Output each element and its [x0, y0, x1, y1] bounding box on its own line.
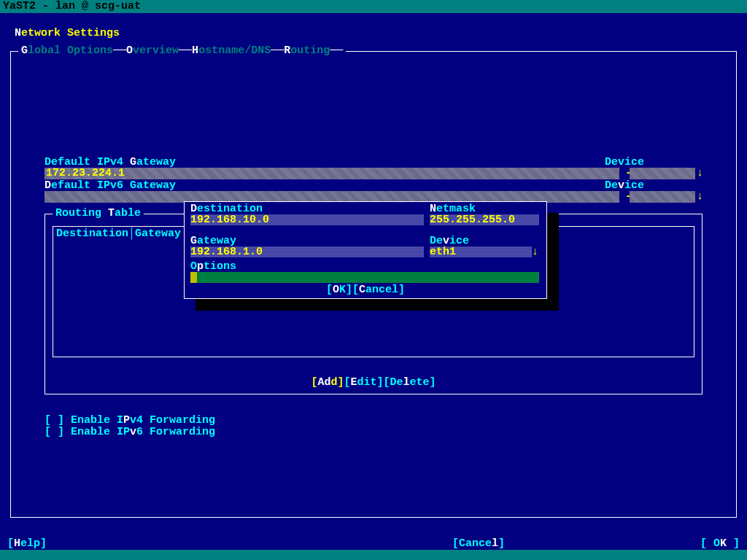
chevron-down-icon[interactable]: ↓ [532, 246, 538, 257]
netmask-label: Netmask [430, 203, 476, 214]
titlebar-text: YaST2 - lan @ scg-uat [3, 0, 141, 12]
ipv4-gateway-label: Default IPv4 Gateway [44, 157, 703, 168]
dialog-ok-button[interactable]: [OK] [326, 284, 352, 296]
ipv4-device-dropdown[interactable] [630, 168, 695, 179]
dialog-buttons: [OK][Cancel] [185, 284, 546, 295]
dialog-cancel-button[interactable]: [Cancel] [352, 284, 405, 296]
main-panel: Network Settings Global Options──Overvie… [0, 13, 747, 547]
routing-table-title: Routing Table [53, 208, 144, 219]
netmask-input[interactable]: 255.255.255.0 [430, 214, 539, 225]
cancel-button[interactable]: [Cancel] [452, 538, 505, 549]
chevron-down-icon[interactable]: ↓ [697, 168, 703, 179]
bottom-bar: [Help] [Cancel] [ OK ] [0, 538, 747, 550]
options-label: Options [190, 261, 236, 272]
page-title: Network Settings [15, 28, 120, 39]
add-button[interactable]: [Add] [311, 376, 344, 389]
tab-routing[interactable]: Routing [284, 44, 330, 57]
chevron-down-icon[interactable]: ↓ [697, 191, 703, 202]
ipv6-gateway-label: Default IPv6 Gateway [44, 180, 703, 191]
edit-button[interactable]: [Edit] [344, 376, 383, 389]
ipv6-device-label: Device [605, 180, 644, 191]
titlebar: YaST2 - lan @ scg-uat [0, 0, 747, 13]
tab-global-options[interactable]: Global Options [21, 44, 113, 57]
delete-button[interactable]: [Delete] [384, 376, 436, 389]
tab-bar: Global Options──Overview──Hostname/DNS──… [18, 45, 346, 56]
destination-label: Destination [190, 203, 263, 214]
ipv4-gateway-row: Default IPv4 Gateway Device 172.23.224.1… [44, 157, 703, 168]
ipv6-gateway-row: Default IPv6 Gateway Device - ↓ [44, 180, 703, 191]
tab-hostname-dns[interactable]: Hostname/DNS [192, 44, 271, 57]
enable-ipv6-forwarding-checkbox[interactable]: [ ] Enable IPv6 Forwarding [44, 427, 215, 438]
ipv6-device-dropdown[interactable] [630, 191, 695, 203]
gateway-label: Gateway [190, 236, 236, 246]
destination-input[interactable]: 192.168.10.0 [190, 214, 424, 225]
route-entry-dialog: Destination Netmask 192.168.10.0 255.255… [184, 201, 547, 299]
tab-overview[interactable]: Overview [126, 44, 179, 57]
help-button[interactable]: [Help] [7, 538, 47, 549]
enable-ipv4-forwarding-checkbox[interactable]: [ ] Enable IPv4 Forwarding [44, 415, 215, 426]
device-dropdown[interactable]: eth1 [430, 246, 532, 257]
device-label: Device [430, 236, 469, 246]
ok-button[interactable]: [ OK ] [700, 538, 740, 549]
text-cursor [190, 272, 197, 283]
ipv4-device-label: Device [605, 157, 644, 168]
ipv4-gateway-input[interactable]: 172.23.224.1 [44, 168, 619, 179]
gateway-input[interactable]: 192.168.1.0 [190, 246, 424, 257]
options-input[interactable] [190, 272, 539, 283]
routing-table-buttons: [Add][Edit][Delete] [45, 377, 702, 388]
